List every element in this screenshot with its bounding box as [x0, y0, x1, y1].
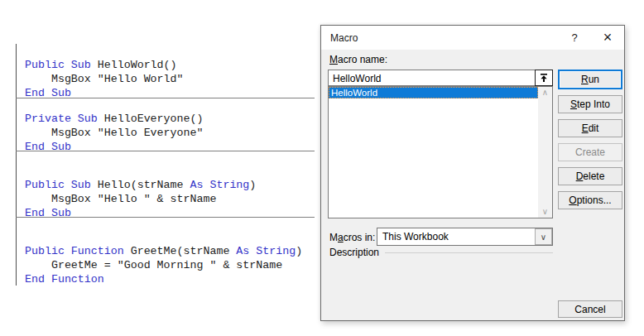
macro-name-up-button[interactable]	[535, 70, 553, 86]
description-divider	[385, 252, 553, 253]
code-line: Private Sub HelloEveryone()	[25, 112, 203, 126]
up-arrow-to-bar-icon	[539, 73, 549, 83]
scroll-up-icon[interactable]: ∧	[542, 87, 548, 98]
screen: Public Sub HelloWorld() MsgBox "Hello Wo…	[0, 0, 644, 336]
titlebar-buttons: ? ×	[558, 26, 624, 50]
macro-list-items: HelloWorld	[329, 87, 538, 218]
macro-list-item[interactable]: HelloWorld	[329, 87, 538, 98]
code-block: Public Sub Hello(strName As String) MsgB…	[25, 178, 256, 220]
code-block: Public Function GreetMe(strName As Strin…	[25, 244, 302, 286]
chevron-down-icon: ∨	[541, 233, 546, 242]
code-block: Private Sub HelloEveryone() MsgBox "Hell…	[25, 112, 203, 154]
dialog-titlebar: Macro ? ×	[321, 26, 624, 50]
run-button[interactable]: Run	[558, 70, 622, 89]
dialog-title: Macro	[330, 32, 358, 44]
code-line: Public Function GreetMe(strName As Strin…	[25, 244, 302, 258]
description-group: Description	[329, 247, 553, 258]
macros-in-value: This Workbook	[377, 228, 552, 242]
cancel-button[interactable]: Cancel	[558, 300, 622, 318]
help-button[interactable]: ?	[558, 26, 591, 50]
code-line: End Sub	[25, 86, 184, 100]
create-button: Create	[558, 143, 622, 161]
dialog-button-column: RunStep IntoEditCreateDeleteOptions...	[558, 70, 622, 209]
edit-button[interactable]: Edit	[558, 119, 622, 137]
code-block: Public Sub HelloWorld() MsgBox "Hello Wo…	[25, 58, 184, 100]
macro-name-input[interactable]	[328, 70, 536, 86]
listbox-scrollbar[interactable]: ∧ ∨	[538, 87, 552, 218]
code-line: End Sub	[25, 140, 203, 154]
code-line: MsgBox "Hello World"	[25, 72, 184, 86]
close-icon: ×	[603, 29, 613, 46]
options-button[interactable]: Options...	[558, 191, 622, 209]
dropdown-button[interactable]: ∨	[535, 228, 552, 245]
macros-in-dropdown[interactable]: This Workbook ∨	[377, 228, 553, 246]
macro-listbox[interactable]: HelloWorld ∧ ∨	[328, 86, 553, 218]
step-into-button[interactable]: Step Into	[558, 95, 622, 113]
macro-dialog: Macro ? × Macro name: HelloWorld ∧	[320, 25, 625, 321]
code-line: Public Sub HelloWorld()	[25, 58, 184, 72]
help-icon: ?	[571, 31, 577, 44]
delete-button[interactable]: Delete	[558, 167, 622, 185]
code-panel-border-line	[16, 44, 17, 286]
code-line: Public Sub Hello(strName As String)	[25, 178, 256, 192]
code-line: End Sub	[25, 206, 256, 220]
description-label: Description	[329, 247, 379, 258]
code-line: MsgBox "Hello Everyone"	[25, 126, 203, 140]
code-line: GreetMe = "Good Morning " & strName	[25, 258, 302, 272]
code-line: End Function	[25, 272, 302, 286]
scroll-down-icon[interactable]: ∨	[542, 206, 548, 218]
code-line: MsgBox "Hello " & strName	[25, 192, 256, 206]
close-button[interactable]: ×	[591, 26, 624, 50]
macros-in-label: Macros in:	[329, 232, 375, 243]
macro-name-label: Macro name:	[329, 54, 387, 65]
